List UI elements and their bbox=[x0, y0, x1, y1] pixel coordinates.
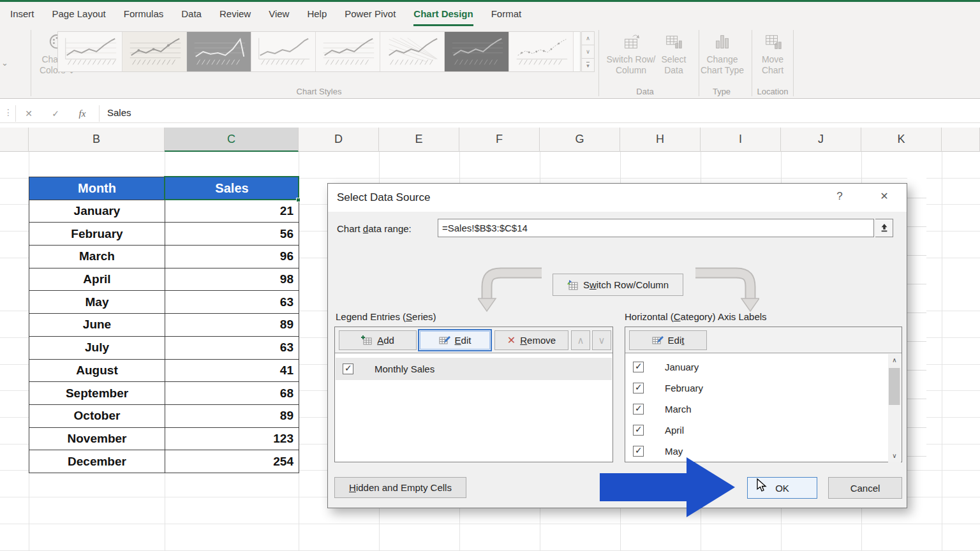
move-series-down-button[interactable]: ∨ bbox=[592, 330, 611, 350]
chart-style-thumbnail[interactable] bbox=[445, 32, 509, 71]
change-chart-type-button[interactable]: Change Chart Type bbox=[700, 30, 745, 76]
range-picker-button[interactable] bbox=[875, 219, 893, 237]
insert-function-icon[interactable]: fx bbox=[71, 107, 93, 121]
table-cell[interactable]: 89 bbox=[165, 314, 299, 337]
dialog-title-bar[interactable]: Select Data Source ? ✕ bbox=[328, 184, 907, 212]
column-header-c-selected[interactable]: C bbox=[165, 128, 299, 152]
switch-row-column-ribbon-button[interactable]: Switch Row/ Column bbox=[606, 30, 656, 76]
table-cell[interactable]: 63 bbox=[165, 291, 299, 314]
chart-style-thumbnail[interactable] bbox=[509, 32, 574, 71]
axis-label-item[interactable]: ✓February bbox=[626, 378, 887, 399]
table-cell[interactable]: 254 bbox=[165, 450, 299, 473]
tab-page-layout[interactable]: Page Layout bbox=[52, 2, 106, 26]
table-row[interactable]: February bbox=[29, 223, 165, 246]
column-header-g[interactable]: G bbox=[540, 128, 620, 152]
tab-view[interactable]: View bbox=[269, 2, 289, 26]
table-header-month[interactable]: Month bbox=[29, 177, 165, 200]
tab-format[interactable]: Format bbox=[491, 2, 522, 26]
gallery-scroll-up-button[interactable]: ∧ bbox=[581, 31, 595, 45]
table-row[interactable]: November bbox=[29, 428, 165, 451]
switch-row-column-dialog-button[interactable]: Switch Row/Column bbox=[553, 274, 683, 296]
axis-checkbox[interactable]: ✓ bbox=[633, 383, 644, 393]
axis-label-item[interactable]: ✓May bbox=[626, 441, 887, 462]
table-row[interactable]: September bbox=[29, 382, 165, 405]
move-series-up-button[interactable]: ∧ bbox=[571, 330, 590, 350]
table-row[interactable]: July bbox=[29, 337, 165, 360]
tab-data[interactable]: Data bbox=[181, 2, 202, 26]
column-header-a-partial[interactable] bbox=[0, 128, 29, 152]
scrollbar-up-icon[interactable]: ∧ bbox=[888, 354, 901, 367]
scrollbar-down-icon[interactable]: ∨ bbox=[888, 450, 901, 462]
table-cell[interactable]: 123 bbox=[165, 428, 299, 451]
table-cell[interactable]: 41 bbox=[165, 360, 299, 383]
tab-insert[interactable]: Insert bbox=[10, 2, 34, 26]
legend-entries-box: Add Edit ✕ Remove ∧ ∨ ✓ Monthly Sales bbox=[334, 327, 613, 462]
gallery-scroll-down-button[interactable]: ∨ bbox=[581, 45, 595, 59]
chart-style-thumbnail[interactable] bbox=[122, 32, 187, 71]
table-row[interactable]: April bbox=[29, 268, 165, 291]
table-row[interactable]: June bbox=[29, 314, 165, 337]
edit-axis-labels-button[interactable]: Edit bbox=[629, 330, 707, 350]
tab-formulas[interactable]: Formulas bbox=[124, 2, 164, 26]
cancel-entry-icon[interactable]: ✕ bbox=[18, 107, 40, 121]
table-cell[interactable]: 89 bbox=[165, 405, 299, 428]
chart-style-thumbnail[interactable] bbox=[251, 32, 316, 71]
table-row[interactable]: January bbox=[29, 200, 165, 223]
axis-label-item[interactable]: ✓March bbox=[626, 399, 887, 420]
chart-style-thumbnail[interactable] bbox=[187, 32, 251, 71]
chart-style-thumbnail[interactable] bbox=[58, 32, 122, 71]
table-row[interactable]: December bbox=[29, 450, 165, 473]
table-row[interactable]: March bbox=[29, 246, 165, 268]
table-header-sales[interactable]: Sales bbox=[165, 177, 299, 200]
axis-label-item[interactable]: ✓April bbox=[626, 420, 887, 441]
table-cell[interactable]: 98 bbox=[165, 268, 299, 291]
table-cell[interactable]: 96 bbox=[165, 246, 299, 268]
axis-checkbox[interactable]: ✓ bbox=[633, 425, 644, 436]
formula-bar-grip-icon[interactable]: ⋮ bbox=[4, 107, 11, 117]
table-row[interactable]: October bbox=[29, 405, 165, 428]
axis-checkbox[interactable]: ✓ bbox=[633, 446, 644, 457]
table-row[interactable]: August bbox=[29, 360, 165, 383]
axis-list-scrollbar[interactable]: ∧ ∨ bbox=[888, 354, 901, 462]
formula-bar-value[interactable]: Sales bbox=[107, 107, 131, 118]
axis-checkbox[interactable]: ✓ bbox=[633, 404, 644, 415]
confirm-entry-icon[interactable]: ✓ bbox=[45, 107, 66, 121]
chart-style-thumbnail[interactable] bbox=[316, 32, 380, 71]
column-header-e[interactable]: E bbox=[379, 128, 459, 152]
column-header-b[interactable]: B bbox=[29, 128, 165, 152]
series-list-item[interactable]: ✓ Monthly Sales bbox=[336, 358, 612, 380]
column-header-k[interactable]: K bbox=[861, 128, 942, 152]
remove-series-button[interactable]: ✕ Remove bbox=[494, 330, 568, 350]
axis-label-item[interactable]: ✓January bbox=[626, 356, 887, 378]
cancel-button[interactable]: Cancel bbox=[828, 477, 902, 499]
chart-style-thumbnail[interactable] bbox=[380, 32, 445, 71]
selection-fill-handle[interactable] bbox=[296, 198, 301, 202]
column-header-f[interactable]: F bbox=[459, 128, 540, 152]
column-header-d[interactable]: D bbox=[299, 128, 379, 152]
table-cell[interactable]: 68 bbox=[165, 382, 299, 405]
series-checkbox[interactable]: ✓ bbox=[343, 364, 353, 374]
table-cell[interactable]: 56 bbox=[165, 223, 299, 246]
column-header-h[interactable]: H bbox=[620, 128, 701, 152]
tab-chart-design[interactable]: Chart Design bbox=[413, 2, 473, 26]
axis-checkbox[interactable]: ✓ bbox=[633, 362, 644, 372]
select-data-ribbon-button[interactable]: Select Data bbox=[658, 30, 689, 76]
tab-review[interactable]: Review bbox=[219, 2, 251, 26]
hidden-and-empty-cells-button[interactable]: Hidden and Empty Cells bbox=[334, 477, 466, 498]
gallery-more-button[interactable]: ▾ bbox=[581, 59, 595, 72]
tab-help[interactable]: Help bbox=[307, 2, 327, 26]
scrollbar-thumb[interactable] bbox=[889, 368, 900, 405]
column-header-l-partial[interactable] bbox=[942, 128, 980, 152]
tab-power-pivot[interactable]: Power Pivot bbox=[345, 2, 396, 26]
dialog-help-icon[interactable]: ? bbox=[832, 190, 847, 205]
column-header-j[interactable]: J bbox=[781, 128, 861, 152]
table-row[interactable]: May bbox=[29, 291, 165, 314]
dialog-close-icon[interactable]: ✕ bbox=[877, 190, 892, 205]
move-chart-button[interactable]: Move Chart bbox=[755, 30, 791, 76]
chart-data-range-input[interactable] bbox=[438, 219, 874, 237]
edit-series-button[interactable]: Edit bbox=[418, 329, 492, 351]
add-series-button[interactable]: Add bbox=[339, 330, 417, 350]
table-cell[interactable]: 63 bbox=[165, 337, 299, 360]
column-header-i[interactable]: I bbox=[701, 128, 781, 152]
table-cell[interactable]: 21 bbox=[165, 200, 299, 223]
